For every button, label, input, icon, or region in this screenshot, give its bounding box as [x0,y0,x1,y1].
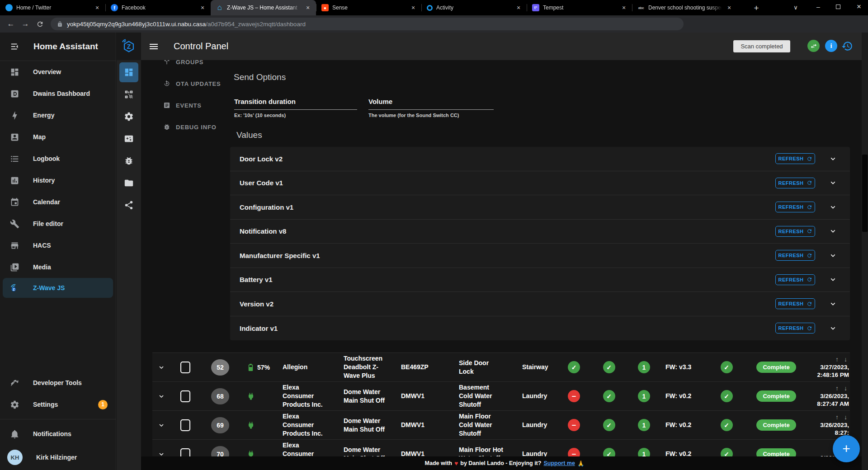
tab-close-icon[interactable]: × [620,4,627,11]
sidebar-item-dwains-dashboard[interactable]: Dwains Dashboard [0,83,116,104]
browser-tab[interactable]: Activity × [421,0,527,15]
row-checkbox[interactable] [180,362,190,373]
history-icon[interactable] [841,40,853,52]
nav-item-events[interactable]: EVENTS [141,94,231,116]
tab-close-icon[interactable]: × [515,4,522,11]
url-bar[interactable]: yokp45tj05qmy2q9g3un468yj3c0111w.ui.nabu… [51,18,684,30]
back-button[interactable]: ← [4,17,18,31]
info-icon[interactable]: i [825,40,837,52]
browser-tab[interactable]: Sense × [316,0,421,15]
transition-duration-field[interactable]: Transition duration Ex: '10s' (10 second… [234,98,357,118]
tab-close-icon[interactable]: × [94,4,101,11]
chevron-down-icon[interactable] [829,179,837,187]
support-link[interactable]: Support me [543,460,575,466]
sort-arrows-icon[interactable]: ↑ ↓ [835,414,849,421]
browser-tab[interactable]: Tempest × [527,0,632,15]
tab-close-icon[interactable]: × [726,4,733,11]
tab-close-icon[interactable]: × [410,4,417,11]
zwave-nav: GROUPS OTA UPDATES EVENTS DEBUG INFO [141,51,231,138]
rail-control-panel-icon[interactable] [119,62,138,82]
sidebar-item-energy[interactable]: Energy [0,104,116,126]
protocol-status-cell [627,419,661,431]
scan-status-button[interactable]: Scan completed [733,40,790,52]
browser-tab[interactable]: Z-Wave JS – Home Assistant × [211,0,316,15]
window-restore-button[interactable] [829,0,847,14]
refresh-button[interactable]: REFRESH [775,226,815,237]
refresh-button[interactable]: REFRESH [775,323,815,334]
refresh-button[interactable]: REFRESH [775,178,815,188]
row-expand-chevron-icon[interactable] [152,363,170,371]
new-tab-button[interactable]: + [750,2,762,14]
tab-search-chevron-icon[interactable]: ∨ [790,2,801,13]
sidebar-item-media[interactable]: Media [0,256,116,278]
scrollbar-thumb[interactable] [862,155,868,232]
sidebar-item-calendar[interactable]: Calendar [0,191,116,213]
sort-arrows-icon[interactable]: ↑ ↓ [835,356,849,363]
tab-close-icon[interactable]: × [304,4,311,11]
chevron-down-icon[interactable] [829,275,837,284]
row-expand-chevron-icon[interactable] [152,421,170,429]
sidebar-item-zwave-js[interactable]: Z Z-Wave JS [3,278,113,298]
content-scrollbar[interactable] [862,33,868,470]
panel-menu-icon[interactable] [148,41,161,52]
sidebar-item-user[interactable]: KH Kirk Hilzinger [0,445,116,470]
chevron-down-icon[interactable] [829,324,837,333]
firmware-cell: FW: v0.2 [661,421,708,429]
refresh-button[interactable]: REFRESH [775,153,815,164]
chevron-down-icon[interactable] [829,203,837,212]
node-id-badge: 69 [211,417,229,433]
row-checkbox[interactable] [180,419,190,431]
rail-store-icon[interactable] [119,173,138,193]
browser-tab[interactable]: Denver school shooting suspect × [632,0,737,15]
sidebar-item-file-editor[interactable]: File editor [0,213,116,235]
chevron-down-icon[interactable] [829,300,837,308]
refresh-button[interactable]: REFRESH [775,250,815,261]
sidebar-item-developer-tools[interactable]: Developer Tools [0,372,116,394]
row-expand-chevron-icon[interactable] [152,392,170,400]
refresh-button[interactable]: REFRESH [775,274,815,285]
window-minimize-button[interactable]: – [809,0,827,14]
manufacturer-cell: Elexa Consumer Products Inc. [270,441,331,456]
row-checkbox[interactable] [180,448,190,457]
forward-button[interactable]: → [18,17,33,31]
value-row: Manufacturer Specific v1 REFRESH [230,244,850,268]
tab-favicon [111,4,118,11]
tab-close-icon[interactable]: × [199,4,206,11]
nav-item-ota-updates[interactable]: OTA UPDATES [141,73,231,94]
sidebar-toggle-icon[interactable] [10,42,20,52]
rail-share-icon[interactable] [119,195,138,215]
refresh-button[interactable]: REFRESH [775,298,815,309]
sidebar-item-overview[interactable]: Overview [0,61,116,83]
rail-scenes-icon[interactable] [119,129,138,149]
sidebar-item-hacs[interactable]: HACS [0,235,116,256]
window-close-button[interactable]: × [850,0,868,14]
rail-qr-code-icon[interactable] [119,85,138,104]
sidebar-item-settings[interactable]: Settings 1 [0,394,116,415]
row-checkbox[interactable] [180,390,190,402]
browser-tab[interactable]: Home / Twitter × [0,0,105,15]
node-id-cell: 52 [200,359,241,376]
swap-icon[interactable] [807,40,820,52]
chevron-down-icon[interactable] [829,155,837,163]
sidebar-item-map[interactable]: Map [0,126,116,148]
sidebar-item-logbook[interactable]: Logbook [0,148,116,169]
chevron-down-icon[interactable] [829,251,837,260]
sidebar-item-notifications[interactable]: Notifications [0,423,116,445]
nav-item-debug-info[interactable]: DEBUG INFO [141,116,231,138]
rail-settings-icon[interactable] [119,107,138,127]
sidebar-item-history[interactable]: History [0,169,116,191]
refresh-button[interactable]: REFRESH [775,202,815,212]
row-expand-chevron-icon[interactable] [152,450,170,457]
chevron-down-icon[interactable] [829,227,837,235]
browser-tab[interactable]: Facebook × [105,0,211,15]
last-active-date: 3/26/2023, [820,421,849,429]
value-row: Battery v1 REFRESH [230,268,850,292]
reload-button[interactable] [33,17,47,31]
sort-arrows-icon[interactable]: ↑ ↓ [835,385,849,392]
volume-field[interactable]: Volume The volume (for the Sound Switch … [368,98,494,118]
device-name-cell: Main Floor Hot Water Shutoff [446,446,509,457]
play-box-icon [10,263,19,272]
add-node-fab[interactable]: + [833,435,860,462]
tab-title: Tempest [543,5,617,11]
rail-debug-icon[interactable] [119,151,138,171]
